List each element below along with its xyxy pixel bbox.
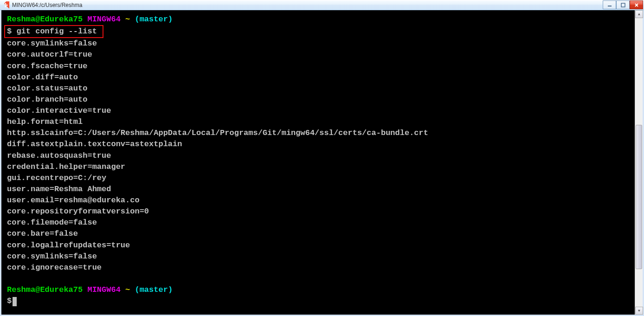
output-line: color.diff=auto (7, 72, 641, 83)
prompt-branch: (master) (135, 285, 173, 294)
output-line: core.symlinks=false (7, 38, 641, 49)
command-highlight-box: $ git config --list (4, 25, 103, 38)
output-line: user.email=reshma@edureka.co (7, 195, 641, 206)
window-controls (603, 0, 643, 9)
command-line-2[interactable]: $ (7, 296, 641, 307)
blank-line (7, 273, 641, 284)
output-line: core.ignorecase=true (7, 262, 641, 273)
output-line: color.status=auto (7, 83, 641, 94)
output-line: rebase.autosquash=true (7, 150, 641, 161)
prompt-branch: (master) (135, 15, 173, 24)
output-line: core.filemode=false (7, 217, 641, 228)
maximize-button[interactable] (616, 0, 630, 9)
prompt-user-host: Reshma@Edureka75 (7, 285, 83, 294)
output-line: color.interactive=true (7, 105, 641, 116)
output-line: core.autocrlf=true (7, 49, 641, 60)
terminal-content: Reshma@Edureka75 MINGW64 ~ (master) $ gi… (3, 14, 641, 307)
scrollbar-thumb[interactable] (636, 125, 642, 269)
output-line: core.logallrefupdates=true (7, 240, 641, 251)
prompt-mingw: MINGW64 (87, 285, 120, 294)
scrollbar[interactable]: ▲ ▼ (635, 10, 643, 315)
prompt-line-2: Reshma@Edureka75 MINGW64 ~ (master) (7, 284, 641, 296)
close-button[interactable] (630, 0, 643, 9)
output-line: core.bare=false (7, 228, 641, 239)
output-line: core.fscache=true (7, 61, 641, 72)
prompt-tilde: ~ (125, 15, 130, 24)
output-line: help.format=html (7, 116, 641, 128)
prompt-tilde: ~ (125, 285, 130, 294)
scrollbar-track[interactable] (635, 18, 643, 307)
output-line: core.symlinks=false (7, 251, 641, 262)
prompt-user-host: Reshma@Edureka75 (7, 15, 83, 24)
output-line: http.sslcainfo=C:/Users/Reshma/AppData/L… (7, 128, 641, 139)
output-line: core.repositoryformatversion=0 (7, 206, 641, 217)
window-title: MINGW64:/c/Users/Reshma (12, 2, 82, 8)
scrollbar-down-arrow[interactable]: ▼ (635, 307, 643, 315)
minimize-button[interactable] (603, 0, 616, 9)
command-line-1: $ git config --list (7, 25, 641, 38)
output-line: color.branch=auto (7, 94, 641, 105)
scrollbar-up-arrow[interactable]: ▲ (635, 10, 643, 18)
output-line: credential.helper=manager (7, 161, 641, 173)
git-bash-window: MINGW64:/c/Users/Reshma Reshma@Edureka75… (0, 0, 644, 316)
output-line: user.name=Reshma Ahmed (7, 184, 641, 195)
command-text: git config --list (16, 27, 97, 36)
output-container: core.symlinks=falsecore.autocrlf=truecor… (7, 38, 641, 273)
output-line: diff.astextplain.textconv=astextplain (7, 139, 641, 150)
cursor (13, 297, 17, 306)
prompt-mingw: MINGW64 (87, 15, 120, 24)
svg-rect-7 (621, 3, 625, 7)
app-icon (2, 1, 9, 9)
prompt-line-1: Reshma@Edureka75 MINGW64 ~ (master) (7, 14, 641, 25)
prompt-dollar: $ (7, 27, 12, 36)
titlebar[interactable]: MINGW64:/c/Users/Reshma (0, 0, 644, 10)
terminal-area[interactable]: Reshma@Edureka75 MINGW64 ~ (master) $ gi… (0, 10, 644, 316)
prompt-dollar: $ (7, 297, 12, 305)
output-line: gui.recentrepo=C:/rey (7, 173, 641, 184)
